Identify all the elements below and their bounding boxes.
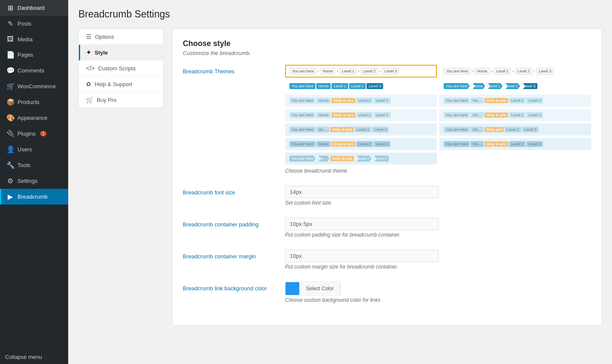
font-size-hint: Set custom font size bbox=[285, 200, 591, 206]
padding-label: Breadcrumb container padding bbox=[183, 218, 277, 228]
appearance-icon: 🎨 bbox=[6, 114, 14, 122]
bg-color-label: Breadcrumb link background color bbox=[183, 282, 277, 292]
theme-6-left[interactable]: You are here Home Only in pro Level 2 Le… bbox=[285, 138, 437, 150]
select-color-label: Select Color bbox=[299, 283, 340, 294]
margin-input[interactable] bbox=[285, 250, 439, 262]
pro-badge-5-right: Only pro bbox=[485, 127, 504, 132]
theme-4-right[interactable]: You are here Ho… Only in pro Level 2 Lev… bbox=[439, 109, 591, 121]
subnav-options[interactable]: ☰ Options bbox=[79, 29, 163, 45]
bg-color-row: Breadcrumb link background color Select … bbox=[183, 282, 591, 303]
woocommerce-icon: 🛒 bbox=[6, 82, 14, 90]
theme-5-right[interactable]: You are here Ho… Only pro Level 2 Level … bbox=[439, 124, 591, 136]
help-icon: ✿ bbox=[86, 81, 91, 87]
pro-badge-7-left: Only in pro bbox=[330, 156, 354, 161]
sidebar-item-settings[interactable]: ⚙ Settings bbox=[0, 173, 68, 189]
theme-6-right[interactable]: You are here Ho… Only in pro Level 2 Lev… bbox=[439, 138, 591, 150]
color-swatch bbox=[286, 282, 299, 295]
media-icon: 🖼 bbox=[6, 35, 14, 43]
themes-label: Breadcrumb Themes bbox=[183, 65, 277, 75]
themes-hint: Choose breadcrumb theme bbox=[285, 168, 591, 174]
theme-4-left[interactable]: You are here Home Only in pro Level 2 Le… bbox=[285, 109, 437, 121]
bg-color-control: Select Color Choose custom background co… bbox=[285, 282, 591, 303]
buy-pro-icon: 🛒 bbox=[86, 96, 93, 103]
color-select-button[interactable]: Select Color bbox=[285, 282, 341, 295]
pro-badge-4-left: Only in pro bbox=[332, 113, 355, 118]
content-panel: Choose style Customize the breadcrumb. B… bbox=[172, 29, 602, 326]
sidebar-item-appearance[interactable]: 🎨 Appearance bbox=[0, 110, 68, 126]
options-icon: ☰ bbox=[86, 33, 92, 40]
theme-7-left[interactable]: You are here Ho… Only in pro Level 2 Lev… bbox=[285, 153, 437, 165]
sidebar-item-posts[interactable]: ✎ Posts bbox=[0, 16, 68, 32]
theme-1-left[interactable]: You are here » Home » Level 1 » Level 2 … bbox=[285, 65, 437, 78]
themes-row: Breadcrumb Themes You are here » Home » … bbox=[183, 65, 591, 174]
subnav-buy-pro[interactable]: 🛒 Buy Pro bbox=[79, 92, 163, 108]
sidebar-item-comments[interactable]: 💬 Comments bbox=[0, 63, 68, 78]
pro-badge-5-left: Only in pro bbox=[330, 127, 354, 132]
pro-badge-6-right: Only in pro bbox=[485, 142, 508, 147]
subnav-custom-scripts[interactable]: </> Custom Scripts bbox=[79, 61, 163, 76]
pages-icon: 📄 bbox=[6, 51, 14, 59]
settings-icon: ⚙ bbox=[6, 177, 14, 185]
style-icon: ✦ bbox=[86, 49, 91, 56]
pro-badge-6-left: Only in pro bbox=[332, 142, 355, 147]
padding-row: Breadcrumb container padding Put custom … bbox=[183, 218, 591, 238]
products-icon: 📦 bbox=[6, 98, 14, 106]
comments-icon: 💬 bbox=[6, 66, 14, 75]
theme-3-left[interactable]: You are here Home Only in pro Level 2 Le… bbox=[285, 95, 437, 107]
font-size-control: Set custom font size bbox=[285, 186, 591, 206]
sidebar-item-products[interactable]: 📦 Products bbox=[0, 94, 68, 110]
breadcrumb-nav-icon: ▶ bbox=[6, 193, 14, 201]
pro-badge-4-right: Only in pro bbox=[485, 113, 508, 118]
font-size-row: Breadcrumb font size Set custom font siz… bbox=[183, 186, 591, 206]
padding-hint: Put custom padding size for breadcrumb c… bbox=[285, 232, 591, 238]
collapse-menu[interactable]: Collapse menu bbox=[0, 350, 68, 364]
font-size-input[interactable] bbox=[285, 186, 439, 198]
bg-color-hint: Choose custom background color for links bbox=[285, 297, 591, 303]
pro-badge-3-left: Only in pro bbox=[332, 98, 355, 103]
posts-icon: ✎ bbox=[6, 20, 14, 28]
sidebar-item-breadcrumb[interactable]: ▶ Breadcrumb bbox=[0, 189, 68, 205]
section-title: Choose style bbox=[183, 39, 591, 48]
margin-control: Put custom margin size for breadcrumb co… bbox=[285, 250, 591, 270]
subnav: ☰ Options ✦ Style </> Custom Scripts ✿ H… bbox=[78, 29, 164, 108]
theme-5-left[interactable]: You are here Ho… Only in pro Level 2 Lev… bbox=[285, 124, 437, 136]
page-title: Breadcrumb Settings bbox=[78, 9, 602, 20]
sidebar-item-plugins[interactable]: 🔌 Plugins 1 bbox=[0, 126, 68, 142]
sidebar-item-woocommerce[interactable]: 🛒 WooCommerce bbox=[0, 78, 68, 94]
subnav-help-support[interactable]: ✿ Help & Support bbox=[79, 76, 163, 92]
padding-control: Put custom padding size for breadcrumb c… bbox=[285, 218, 591, 238]
sidebar-item-dashboard[interactable]: ⊞ Dashboard bbox=[0, 0, 68, 16]
themes-control: You are here » Home » Level 1 » Level 2 … bbox=[285, 65, 591, 174]
theme-3-right[interactable]: You are here Ho… Only in pro Level 2 Lev… bbox=[439, 95, 591, 107]
pro-badge-3-right: Only in pro bbox=[485, 98, 508, 103]
plugins-badge: 1 bbox=[40, 131, 47, 136]
font-size-label: Breadcrumb font size bbox=[183, 186, 277, 196]
themes-wrapper: You are here » Home » Level 1 » Level 2 … bbox=[285, 65, 591, 165]
margin-row: Breadcrumb container margin Put custom m… bbox=[183, 250, 591, 270]
dashboard-icon: ⊞ bbox=[6, 4, 14, 12]
sidebar-item-pages[interactable]: 📄 Pages bbox=[0, 47, 68, 63]
tools-icon: 🔧 bbox=[6, 161, 14, 169]
sidebar: ⊞ Dashboard ✎ Posts 🖼 Media 📄 Pages 💬 Co… bbox=[0, 0, 68, 364]
margin-label: Breadcrumb container margin bbox=[183, 250, 277, 260]
sidebar-item-media[interactable]: 🖼 Media bbox=[0, 32, 68, 47]
padding-input[interactable] bbox=[285, 218, 439, 230]
users-icon: 👤 bbox=[6, 145, 14, 153]
theme-2-left[interactable]: You are here Home Level 1 Level 2 Level … bbox=[285, 80, 437, 92]
section-subtitle: Customize the breadcrumb. bbox=[183, 50, 591, 56]
plugins-icon: 🔌 bbox=[6, 130, 14, 138]
sidebar-item-users[interactable]: 👤 Users bbox=[0, 142, 68, 157]
custom-scripts-icon: </> bbox=[86, 65, 95, 72]
theme-1-item1: You are here bbox=[289, 68, 316, 75]
theme-1-right[interactable]: You are here » Home » Level 1 » Level 2 … bbox=[439, 65, 591, 78]
margin-hint: Put custom margin size for breadcrumb co… bbox=[285, 264, 591, 270]
subnav-style[interactable]: ✦ Style bbox=[79, 45, 163, 61]
theme-2-right[interactable]: You are here Home Level 1 Level 2 Level … bbox=[439, 80, 591, 92]
sidebar-item-tools[interactable]: 🔧 Tools bbox=[0, 157, 68, 173]
main-content: Breadcrumb Settings ☰ Options ✦ Style </… bbox=[68, 0, 612, 364]
